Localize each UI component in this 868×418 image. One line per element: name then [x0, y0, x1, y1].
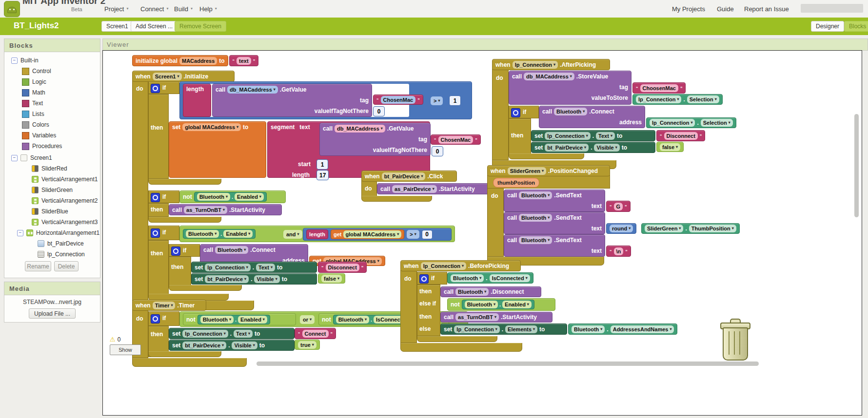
- menu-build[interactable]: Build▾: [174, 0, 193, 18]
- round-block[interactable]: round▾: [606, 223, 636, 234]
- number-block[interactable]: 0: [373, 106, 385, 116]
- tree-variables[interactable]: Variables: [22, 131, 56, 140]
- not-block[interactable]: not Bluetooth▾.Enabled▾: [447, 298, 555, 311]
- mutator-gear-icon[interactable]: [171, 247, 180, 256]
- number-block[interactable]: 0: [432, 146, 443, 156]
- event-header[interactable]: when lp_Connection▾ .AfterPicking: [492, 59, 610, 70]
- tree-lp-connection[interactable]: lp_Connection: [38, 249, 85, 259]
- text-string-block[interactable]: “\n”: [606, 246, 631, 257]
- collapse-icon[interactable]: −: [11, 57, 18, 64]
- horizontal-scrollbar[interactable]: [256, 361, 759, 366]
- initialize-global-block[interactable]: initialize global MACaddress to: [132, 55, 228, 66]
- logic-operator-dropdown[interactable]: or▾: [300, 315, 315, 324]
- link-report-issue[interactable]: Report an Issue: [744, 0, 789, 18]
- upload-file-button[interactable]: Upload File ...: [29, 308, 76, 319]
- call-sendtext-block[interactable]: callBluetooth▾.SendText text: [504, 212, 605, 234]
- text-string-block[interactable]: “Disconnect”: [656, 130, 705, 141]
- greater-than-comparison-block[interactable]: length calldb_MACaddress▾.GetValue tag v…: [179, 81, 472, 119]
- text-string-block[interactable]: “Disconnect”: [318, 262, 367, 273]
- slidergreen-thumbposition-getter[interactable]: SliderGreen▾.ThumbPosition▾: [641, 223, 740, 234]
- thumbposition-param-chip[interactable]: thumbPosition: [493, 178, 539, 188]
- set-lp-connection-text-block[interactable]: setlp_Connection▾.Text▾to: [191, 262, 317, 273]
- false-block[interactable]: false▾: [656, 142, 684, 152]
- tree-text[interactable]: Text: [22, 98, 43, 108]
- user-account-redacted[interactable]: [801, 4, 863, 13]
- if-block-spine[interactable]: [148, 240, 169, 295]
- tree-colors[interactable]: Colors: [22, 120, 49, 130]
- collapse-icon[interactable]: −: [17, 230, 23, 236]
- if-block-foot[interactable]: [148, 351, 221, 357]
- block-foot[interactable]: [361, 196, 432, 202]
- blocks-view-button[interactable]: Blocks: [844, 21, 868, 32]
- text-string-block[interactable]: “G”: [606, 201, 631, 212]
- call-startactivity-block[interactable]: callas_TurnOnBT▾.StartActivity: [440, 312, 552, 323]
- remove-screen-button[interactable]: Remove Screen: [175, 21, 226, 32]
- number-block[interactable]: 1: [316, 159, 328, 170]
- tree-procedures[interactable]: Procedures: [22, 141, 62, 151]
- menu-help[interactable]: Help▾: [199, 0, 217, 18]
- initialize-global-macaddress-block[interactable]: initialize global MACaddress to “ text ”: [132, 55, 258, 66]
- mutator-gear-icon[interactable]: [419, 274, 429, 284]
- event-header[interactable]: when SliderGreen▾ .PositionChanged: [487, 165, 610, 176]
- variable-name-chip[interactable]: MACaddress: [179, 57, 217, 65]
- tree-builtin[interactable]: −Built-in: [11, 56, 39, 65]
- vertical-scrollbar[interactable]: [854, 114, 859, 217]
- text-string-block[interactable]: “ text ”: [229, 55, 259, 66]
- designer-view-button[interactable]: Designer: [811, 21, 844, 32]
- tree-control[interactable]: Control: [22, 66, 51, 76]
- bluetooth-enabled-getter[interactable]: Bluetooth▾.Enabled▾: [183, 229, 256, 239]
- mutator-gear-icon[interactable]: [151, 193, 160, 202]
- not-block[interactable]: not Bluetooth▾.Enabled▾: [183, 313, 296, 325]
- tree-verticalarrangement2[interactable]: VerticalArrangement2: [32, 196, 98, 206]
- block-foot[interactable]: [132, 358, 247, 367]
- set-bt-pairdevice-visible-block[interactable]: setbt_PairDevice▾.Visible▾to: [169, 340, 295, 351]
- block-spine[interactable]: [132, 80, 148, 302]
- tree-horizontalarrangement1[interactable]: −HorizontalArrangement1: [17, 228, 99, 238]
- tree-math[interactable]: Math: [22, 88, 45, 97]
- link-guide[interactable]: Guide: [717, 0, 734, 18]
- tree-sliderblue[interactable]: SliderBlue: [32, 207, 68, 216]
- number-block[interactable]: 0: [422, 230, 433, 239]
- block-spine[interactable]: [492, 69, 509, 160]
- length-block[interactable]: length: [306, 229, 328, 239]
- call-storevalue-block[interactable]: calldb_MACaddress▾.StoreValue tag valueT…: [509, 71, 631, 105]
- bluetooth-enabled-getter[interactable]: Bluetooth▾.Enabled▾: [197, 315, 270, 324]
- number-block[interactable]: 17: [316, 170, 329, 180]
- mutator-gear-icon[interactable]: [151, 228, 160, 238]
- tree-lists[interactable]: Lists: [22, 109, 44, 119]
- tree-verticalarrangement3[interactable]: VerticalArrangement3: [32, 217, 98, 227]
- menu-connect[interactable]: Connect▾: [140, 0, 168, 18]
- text-string-block[interactable]: “ChoosenMac”: [632, 82, 686, 94]
- delete-button[interactable]: Delete: [54, 261, 79, 271]
- if-block-foot[interactable]: [509, 153, 584, 159]
- mutator-gear-icon[interactable]: [151, 314, 160, 323]
- call-bluetooth-disconnect-block[interactable]: callBluetooth▾.Disconnect: [440, 286, 541, 297]
- set-lp-connection-text-block[interactable]: setlp_Connection▾.Text▾to: [531, 130, 655, 141]
- call-sendtext-block[interactable]: callBluetooth▾.SendText text: [504, 234, 605, 257]
- bluetooth-isconnected-getter[interactable]: Bluetooth▾.IsConnected▾: [447, 272, 533, 284]
- if-block-spine[interactable]: [148, 94, 169, 179]
- tree-bt-pairdevice[interactable]: bt_PairDevice: [38, 239, 84, 248]
- bluetooth-addressesandnames-getter[interactable]: Bluetooth▾.AddressesAndNames▾: [568, 323, 677, 335]
- mutator-gear-icon[interactable]: [151, 84, 160, 93]
- tree-slidergreen[interactable]: SliderGreen: [32, 185, 73, 195]
- number-block[interactable]: 1: [449, 95, 461, 106]
- when-lp-connection-beforepicking-block[interactable]: when lp_Connection▾ .BeforePicking do if…: [400, 260, 708, 354]
- operator-dropdown[interactable]: >▾: [407, 230, 419, 239]
- set-bt-pairdevice-visible-block[interactable]: setbt_PairDevice▾.Visible▾to: [191, 273, 317, 285]
- set-lp-connection-elements-block[interactable]: setlp_Connection▾.Elements▾to: [440, 323, 567, 335]
- tree-screen1[interactable]: −Screen1: [11, 153, 52, 163]
- if-block-foot[interactable]: [417, 336, 497, 342]
- if-block-foot[interactable]: [169, 285, 242, 291]
- bluetooth-enabled-getter[interactable]: Bluetooth▾.Enabled▾: [462, 300, 534, 309]
- false-block[interactable]: false▾: [318, 273, 345, 284]
- menu-project[interactable]: Project▾: [104, 0, 128, 18]
- text-string-block[interactable]: “ChosenMac”: [431, 134, 481, 145]
- blocks-canvas[interactable]: initialize global MACaddress to “ text ”…: [102, 50, 862, 416]
- when-bt-pairdevice-click-block[interactable]: when bt_PairDevice▾ .Click do callas_Pai…: [361, 171, 498, 205]
- if-block-spine[interactable]: [169, 257, 191, 287]
- operator-dropdown[interactable]: >▾: [431, 96, 443, 105]
- set-lp-connection-text-block[interactable]: setlp_Connection▾.Text▾to: [169, 328, 295, 339]
- true-block[interactable]: true▾: [295, 340, 320, 350]
- text-string-block[interactable]: “Connect”: [295, 328, 336, 339]
